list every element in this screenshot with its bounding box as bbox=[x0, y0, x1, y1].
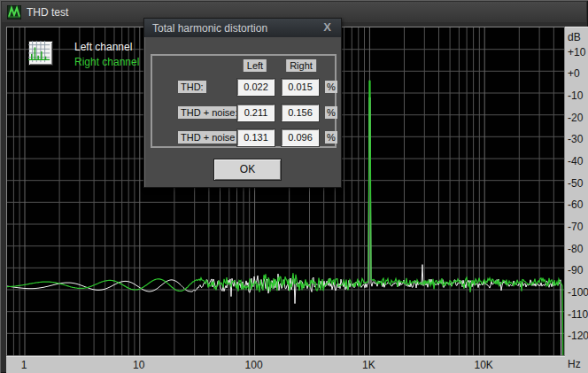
waveform-icon bbox=[7, 5, 21, 19]
hz-tick-label: 10K bbox=[475, 359, 493, 371]
thd-noise-left-value[interactable]: 0.211 bbox=[237, 105, 275, 121]
ok-button[interactable]: OK bbox=[213, 159, 282, 181]
db-tick-label: +0 bbox=[568, 67, 580, 80]
db-tick-label: -90 bbox=[568, 264, 583, 276]
hz-tick-label: 10 bbox=[133, 359, 144, 371]
hz-axis-unit-label: Hz bbox=[568, 358, 581, 370]
thd-right-value[interactable]: 0.015 bbox=[282, 79, 319, 96]
thd-dialog-titlebar[interactable]: Total harmonic distortion X bbox=[144, 19, 341, 37]
db-tick-label: -10 bbox=[568, 89, 583, 102]
thd-noise-unit: % bbox=[325, 106, 337, 119]
thd-noise-row-label: THD + noise: bbox=[178, 106, 241, 119]
thd-dialog-title: Total harmonic distortion bbox=[152, 22, 267, 35]
db-tick-label: -50 bbox=[568, 177, 583, 190]
thd-results-groupbox: Left Right THD: 0.022 0.015 % THD + nois… bbox=[151, 54, 337, 148]
hz-tick-label: 100 bbox=[245, 359, 263, 371]
legend-right-channel: Right channel bbox=[74, 56, 139, 68]
legend: Left channel Right channel bbox=[28, 41, 139, 68]
db-tick-label: -30 bbox=[568, 133, 583, 145]
thd-row-label: THD: bbox=[178, 81, 206, 93]
db-axis: dB +10+0-10-20-30-40-50-60-70-80-90-100-… bbox=[565, 27, 588, 373]
thd-noise-a-right-value[interactable]: 0.096 bbox=[282, 129, 319, 146]
db-tick-label: -110 bbox=[568, 308, 588, 321]
close-icon[interactable]: X bbox=[323, 20, 331, 34]
hz-tick-label: 1K bbox=[362, 359, 375, 371]
window-title: THD test bbox=[27, 6, 68, 19]
db-tick-label: -60 bbox=[568, 198, 583, 211]
db-axis-unit-label: dB bbox=[568, 31, 581, 43]
db-tick-label: -40 bbox=[568, 155, 583, 167]
thd-left-value[interactable]: 0.022 bbox=[237, 79, 275, 96]
spectrum-thumbnail-icon[interactable] bbox=[28, 41, 53, 66]
thd-noise-a-left-value[interactable]: 0.131 bbox=[237, 129, 275, 146]
legend-left-channel: Left channel bbox=[74, 41, 139, 53]
db-tick-label: -120 bbox=[568, 330, 588, 342]
thd-unit: % bbox=[325, 81, 337, 93]
column-header-right: Right bbox=[286, 59, 316, 72]
column-header-left: Left bbox=[244, 59, 267, 72]
thd-noise-right-value[interactable]: 0.156 bbox=[282, 105, 319, 121]
thd-dialog: Total harmonic distortion X Left Right T… bbox=[143, 18, 342, 188]
app-window: THD test bbox=[0, 0, 588, 373]
hz-tick-label: 1 bbox=[21, 359, 27, 371]
db-tick-label: -100 bbox=[568, 286, 588, 299]
db-tick-label: +10 bbox=[568, 46, 585, 58]
frequency-axis: 1101001K10K bbox=[6, 356, 565, 373]
thd-noise-a-unit: % bbox=[325, 131, 337, 144]
db-tick-label: -70 bbox=[568, 221, 583, 233]
db-tick-label: -80 bbox=[568, 243, 583, 255]
db-tick-label: -20 bbox=[568, 112, 583, 124]
